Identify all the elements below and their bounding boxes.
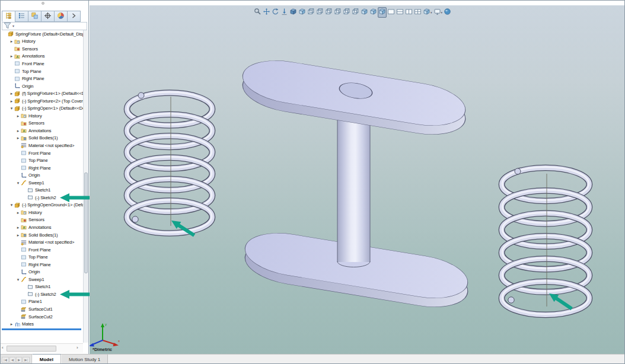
tree-item-history[interactable]: ▸History bbox=[1, 38, 83, 46]
tree-item-springfixture-2-top-cover-dis[interactable]: ▸(-) SpringFixture<2> (Top Cover<Dis bbox=[1, 97, 83, 105]
doc-nav-button[interactable]: ▶ bbox=[16, 357, 22, 363]
tree-item-f-springfixture-1-default-defa[interactable]: ▸(f) SpringFixture<1> (Default<<Defa bbox=[1, 90, 83, 97]
tree-expander-closed[interactable]: ▸ bbox=[9, 54, 14, 58]
document-tab-bar: |◀◀▶▶| ModelMotion Study 1 bbox=[1, 354, 625, 364]
configurationmanager-tab[interactable] bbox=[28, 11, 42, 22]
tree-item-springfixture-default-default-display-s[interactable]: SpringFixture (Default<Default_Display S bbox=[1, 30, 83, 38]
tree-expander-open[interactable]: ▾ bbox=[15, 277, 21, 282]
tree-item-plane1[interactable]: Plane1 bbox=[1, 298, 83, 306]
fixture-part[interactable] bbox=[240, 55, 471, 313]
tree-item-label: History bbox=[28, 210, 42, 215]
tree-item-material-not-specified[interactable]: Material <not specified> bbox=[1, 238, 83, 246]
doc-tab-model[interactable]: Model bbox=[32, 354, 61, 364]
panel-overflow-tab[interactable] bbox=[67, 11, 81, 22]
plane-icon bbox=[14, 68, 21, 74]
tree-expander-closed[interactable]: ▸ bbox=[9, 39, 14, 43]
origin-icon bbox=[21, 173, 27, 178]
tree-item-surfacecut2[interactable]: SurfaceCut2 bbox=[1, 313, 83, 321]
model-scene[interactable]: y x z bbox=[90, 5, 625, 354]
tree-expander-closed[interactable]: ▸ bbox=[9, 99, 14, 103]
tree-expander-open[interactable]: ▾ bbox=[9, 106, 14, 110]
displaymanager-tab[interactable] bbox=[54, 11, 68, 22]
tree-item-sketch2[interactable]: (-) Sketch2 bbox=[1, 290, 83, 298]
rollback-bar[interactable] bbox=[2, 328, 81, 330]
tree-horizontal-scrollbar[interactable]: ‹ › bbox=[1, 343, 83, 353]
orientation-triad: y x z bbox=[90, 323, 120, 347]
tree-item-right-plane[interactable]: Right Plane bbox=[1, 261, 83, 269]
tree-item-history[interactable]: ▸History bbox=[1, 209, 83, 216]
tree-expander-open[interactable]: ▾ bbox=[9, 203, 14, 207]
filter-dropdown-caret[interactable]: ▾ bbox=[12, 24, 14, 28]
tree-item-right-plane[interactable]: Right Plane bbox=[1, 75, 83, 82]
feature-tree: SpringFixture (Default<Default_Display S… bbox=[1, 30, 83, 328]
hscroll-right-arrow[interactable]: › bbox=[76, 346, 78, 350]
tree-item-annotations[interactable]: ▸AAnnotations bbox=[1, 127, 83, 135]
tree-item-origin[interactable]: Origin bbox=[1, 82, 83, 90]
graphics-viewport[interactable]: ▾▾ bbox=[90, 5, 625, 354]
tree-item-history[interactable]: ▸History bbox=[1, 112, 83, 120]
propertymanager-tab[interactable] bbox=[15, 11, 28, 22]
tree-horizontal-scrollbar-thumb[interactable] bbox=[7, 346, 56, 352]
tree-item-top-plane[interactable]: Top Plane bbox=[1, 253, 83, 261]
tree-item-top-plane[interactable]: Top Plane bbox=[1, 68, 83, 75]
tree-item-top-plane[interactable]: Top Plane bbox=[1, 157, 83, 164]
plane-icon bbox=[14, 76, 21, 82]
doc-nav-button[interactable]: |◀ bbox=[2, 357, 9, 363]
sweep-icon bbox=[21, 180, 27, 186]
tree-expander-closed[interactable]: ▸ bbox=[9, 322, 14, 326]
tree-item-front-plane[interactable]: Front Plane bbox=[1, 149, 83, 157]
tree-item-surfacecut1[interactable]: SurfaceCut1 bbox=[1, 305, 83, 313]
tree-expander-open[interactable]: ▾ bbox=[15, 181, 21, 185]
tree-item-label: Material <not specified> bbox=[28, 240, 74, 245]
tree-expander-closed[interactable]: ▸ bbox=[15, 210, 21, 215]
tree-item-sensors[interactable]: Sensors bbox=[1, 120, 83, 127]
panel-splitter-grip[interactable] bbox=[42, 2, 44, 5]
tree-item-sensors[interactable]: Sensors bbox=[1, 216, 83, 224]
part-icon bbox=[14, 98, 21, 104]
tree-item-label: (-) SpringFixture<2> (Top Cover<Dis bbox=[22, 98, 83, 104]
tree-item-front-plane[interactable]: Front Plane bbox=[1, 60, 83, 68]
tree-expander-closed[interactable]: ▸ bbox=[15, 225, 21, 229]
tree-item-mates[interactable]: ▸Mates bbox=[1, 320, 83, 328]
tree-item-solid-bodies-1[interactable]: ▸Solid Bodies(1) bbox=[1, 135, 83, 142]
tree-vertical-scrollbar[interactable] bbox=[83, 30, 88, 343]
tree-item-sketch1[interactable]: Sketch1 bbox=[1, 283, 83, 291]
tree-item-origin[interactable]: Origin bbox=[1, 171, 83, 179]
hscroll-left-arrow[interactable]: ‹ bbox=[2, 346, 4, 350]
tree-item-label: Solid Bodies(1) bbox=[28, 232, 58, 238]
tree-item-label: Top Plane bbox=[28, 254, 47, 260]
tree-item-springopenground-1-default[interactable]: ▾(-) SpringOpenGround<1> (Default< bbox=[1, 202, 83, 209]
dimxpertmanager-tab[interactable] bbox=[41, 11, 55, 22]
tree-expander-closed[interactable]: ▸ bbox=[15, 233, 21, 237]
part-icon bbox=[14, 106, 21, 111]
tree-item-front-plane[interactable]: Front Plane bbox=[1, 246, 83, 254]
history-icon bbox=[21, 113, 27, 119]
tree-item-annotations[interactable]: ▸AAnnotations bbox=[1, 53, 83, 60]
tree-expander-closed[interactable]: ▸ bbox=[15, 129, 21, 133]
tree-vertical-scrollbar-thumb[interactable] bbox=[84, 173, 88, 273]
tree-item-sketch2[interactable]: (-) Sketch2 bbox=[1, 194, 83, 202]
tree-item-solid-bodies-1[interactable]: ▸Solid Bodies(1) bbox=[1, 231, 83, 239]
tree-expander-closed[interactable]: ▸ bbox=[9, 91, 14, 95]
tree-expander-closed[interactable]: ▸ bbox=[15, 136, 21, 140]
tree-item-origin[interactable]: Origin bbox=[1, 269, 83, 276]
tree-item-label: Right Plane bbox=[22, 76, 44, 81]
tree-item-label: (-) Sketch2 bbox=[35, 195, 56, 200]
tree-expander-closed[interactable]: ▸ bbox=[15, 114, 21, 118]
right-spring-part[interactable] bbox=[502, 167, 589, 315]
feature-tree-filter[interactable]: ▾ bbox=[2, 22, 87, 30]
tree-item-material-not-specified[interactable]: Material <not specified> bbox=[1, 142, 83, 149]
doc-nav-button[interactable]: ◀ bbox=[9, 357, 15, 363]
tree-item-right-plane[interactable]: Right Plane bbox=[1, 164, 83, 172]
tree-item-annotations[interactable]: ▸AAnnotations bbox=[1, 223, 83, 231]
tree-item-sweep1[interactable]: ▾Sweep1 bbox=[1, 276, 83, 283]
tree-item-sketch1[interactable]: Sketch1 bbox=[1, 186, 83, 194]
left-spring-part[interactable] bbox=[127, 92, 212, 233]
doc-nav-button[interactable]: ▶| bbox=[23, 357, 30, 363]
tree-item-sweep1[interactable]: ▾Sweep1 bbox=[1, 179, 83, 187]
tree-item-springopen-1-default-defau[interactable]: ▾(-) SpringOpen<1> (Default<<Defau bbox=[1, 104, 83, 112]
panel-tab-bar bbox=[2, 11, 80, 22]
doc-tab-motion-study-1[interactable]: Motion Study 1 bbox=[61, 355, 108, 364]
tree-item-label: SurfaceCut2 bbox=[28, 314, 53, 320]
tree-item-sensors[interactable]: Sensors bbox=[1, 45, 83, 53]
